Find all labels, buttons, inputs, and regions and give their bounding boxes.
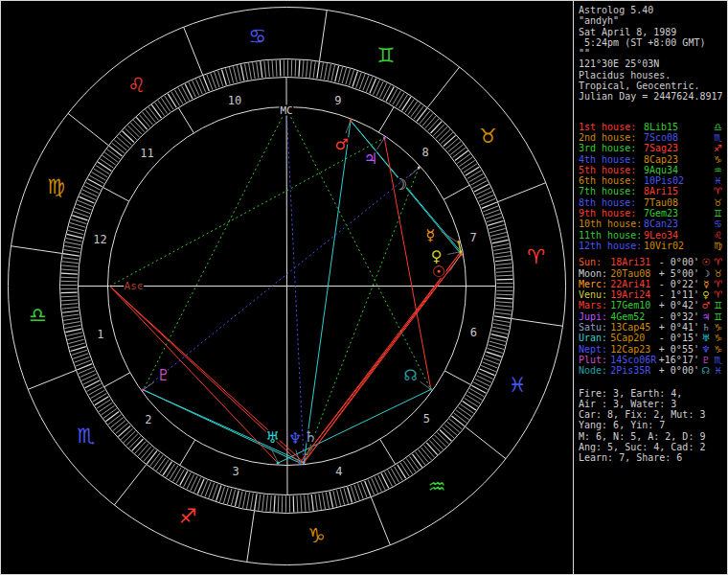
- sign-glyph-aries: ♈: [712, 279, 724, 289]
- degree-tick: [223, 488, 228, 503]
- degree-tick: [63, 314, 80, 316]
- spacer: [579, 103, 724, 122]
- chart-info-line: Tropical, Geocentric.: [579, 80, 724, 91]
- house-cusp-value: 8Lib15: [644, 122, 690, 132]
- degree-tick: [311, 494, 313, 511]
- planet-glyph-jupi: ♃: [700, 311, 713, 322]
- planet-label: Merc:: [579, 279, 610, 289]
- degree-tick: [386, 87, 394, 102]
- planet-latitude-value: + 5°00': [659, 268, 700, 279]
- planet-glyph-mars: ♂: [335, 135, 349, 153]
- degree-tick: [182, 86, 190, 101]
- planet-label: Satu:: [579, 322, 610, 333]
- degree-tick: [457, 154, 470, 164]
- sign-glyph-pisces: ♓: [509, 374, 527, 397]
- house-label: 6th house:: [579, 175, 644, 186]
- planet-position-list: Sun:18Ari31- 0°00'☉♈Moon:20Tau08+ 5°00'☽…: [579, 257, 724, 376]
- degree-tick: [337, 490, 341, 506]
- aspect-square-line: [384, 138, 431, 389]
- house-label: 2nd house:: [579, 132, 644, 143]
- chart-info-line: "andyh": [579, 15, 724, 26]
- degree-tick: [126, 434, 138, 446]
- degree-tick: [64, 246, 80, 249]
- house-row: 12th house:10Vir02♍: [579, 241, 724, 251]
- planet-label: Sun:: [579, 257, 610, 267]
- sign-boundary: [498, 183, 546, 202]
- degree-tick: [477, 192, 491, 198]
- degree-tick: [168, 94, 176, 107]
- house-number-11: 11: [140, 147, 153, 160]
- degree-tick: [417, 108, 427, 121]
- degree-tick: [163, 462, 171, 475]
- degree-tick: [494, 316, 511, 318]
- planet-point: [298, 462, 301, 465]
- degree-tick: [62, 262, 79, 264]
- degree-tick: [295, 60, 296, 77]
- degree-tick: [136, 117, 147, 129]
- degree-tick: [443, 427, 455, 438]
- degree-tick: [461, 404, 474, 414]
- degree-tick: [61, 277, 78, 278]
- tally-line: Ang: 5, Suc: 4, Cad: 2: [579, 442, 724, 452]
- sign-glyph-aries: ♈: [712, 289, 724, 300]
- degree-tick: [444, 425, 457, 435]
- degree-tick: [280, 60, 281, 77]
- degree-tick: [117, 137, 129, 148]
- degree-tick: [463, 402, 476, 410]
- degree-tick: [477, 376, 491, 382]
- degree-tick: [71, 347, 86, 352]
- degree-tick: [459, 157, 472, 167]
- degree-tick: [98, 162, 111, 171]
- chart-info-line: Julian Day = 2447624.8917: [579, 91, 724, 102]
- sign-boundary: [28, 370, 76, 389]
- degree-tick: [240, 64, 243, 80]
- sign-boundary: [427, 67, 459, 107]
- degree-tick: [375, 476, 381, 491]
- degree-tick: [221, 70, 226, 85]
- degree-tick: [165, 96, 173, 109]
- planet-position-value: 14Sco06R: [610, 355, 659, 365]
- degree-tick: [416, 452, 425, 465]
- degree-tick: [496, 275, 512, 276]
- degree-tick: [61, 304, 78, 305]
- planet-row: Plut:14Sco06R+16°17'♇♏: [579, 355, 724, 365]
- planet-position-value: 19Ari24: [610, 289, 659, 300]
- degree-tick: [72, 350, 87, 355]
- planet-label: Plut:: [579, 355, 610, 365]
- house-cusp-line: [444, 185, 469, 199]
- degree-tick: [244, 64, 247, 80]
- degree-tick: [328, 64, 330, 80]
- degree-tick: [272, 60, 273, 77]
- degree-tick: [432, 438, 444, 449]
- degree-tick: [496, 279, 512, 280]
- planet-position-value: 20Tau08: [610, 268, 659, 279]
- planet-row: Satu:13Cap45+ 0°41'♄♑: [579, 322, 724, 333]
- degree-tick: [270, 495, 271, 512]
- degree-tick: [319, 494, 322, 510]
- chart-wheel[interactable]: ♈♉♊♋♌♍♎♏♐♑♒♓123456789101112☉☽☿♀♂♃♄♅♆♇☊As…: [1, 1, 573, 574]
- planet-glyph-plut: ♇: [156, 366, 170, 384]
- planet-row: Merc:22Ari41- 0°22'☿♈: [579, 279, 724, 289]
- degree-tick: [381, 473, 389, 488]
- planet-pointer-line: [450, 255, 461, 271]
- chart-info-line: 121°30E 25°03N: [579, 58, 724, 69]
- degree-tick: [330, 492, 332, 508]
- degree-tick: [496, 298, 512, 299]
- degree-tick: [129, 436, 141, 448]
- degree-tick: [120, 134, 132, 145]
- degree-tick: [239, 492, 242, 508]
- degree-tick: [425, 116, 436, 128]
- planet-label: Nept:: [579, 344, 610, 355]
- degree-tick: [247, 493, 250, 509]
- degree-tick: [160, 460, 170, 473]
- degree-tick: [466, 167, 479, 175]
- house-row: 1st house:8Lib15♎: [579, 122, 724, 132]
- degree-tick: [487, 218, 502, 222]
- degree-tick: [342, 68, 346, 83]
- sign-glyph-libra: ♎: [712, 122, 724, 132]
- house-number-9: 9: [334, 94, 341, 107]
- planet-latitude-value: - 0°00': [659, 257, 700, 267]
- planet-row: Nept:12Cap23+ 0°55'♆♑: [579, 344, 724, 355]
- degree-tick: [403, 461, 412, 474]
- degree-tick: [388, 471, 396, 485]
